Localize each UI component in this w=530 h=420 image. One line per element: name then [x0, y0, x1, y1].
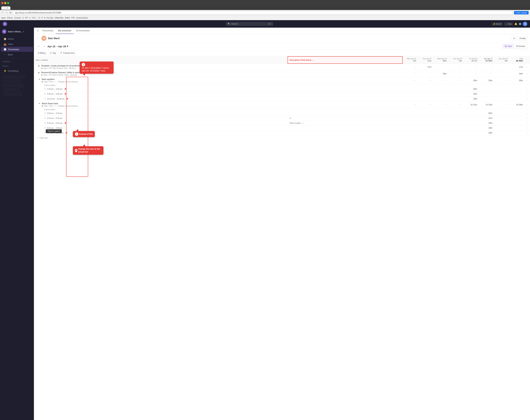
entry4-1-fri [464, 111, 479, 116]
expand-icon-1[interactable]: ▶ [38, 65, 40, 67]
bookmark-console[interactable]: Console [14, 17, 21, 19]
tab-timesheets[interactable]: Timesheets [40, 28, 56, 34]
status-dot-2 [41, 74, 42, 76]
entry-time-4-2: ⏱ 4:34 pm – 5:16 pm [34, 116, 288, 121]
tag-filter[interactable]: 🏷 Tag [48, 51, 57, 55]
bookmark-bitlink[interactable]: Bitlink [65, 17, 70, 19]
workspace-header[interactable]: S Stan's Work... ▾ [0, 28, 34, 35]
bookmark-pte[interactable]: PTE [71, 17, 75, 19]
add-row-button[interactable]: + + Add row [34, 135, 530, 141]
bookmark-d[interactable]: D [39, 17, 40, 19]
entry3-2-more[interactable]: ··· [525, 91, 530, 96]
settings-icon[interactable]: ⚙️ [519, 23, 522, 25]
entry4-2-tue [418, 116, 433, 121]
entry3-1-thu [448, 87, 464, 91]
tab-my-timesheet[interactable]: My timesheet [56, 28, 74, 34]
bookmark-c[interactable]: C [29, 17, 30, 19]
expand-icon-3[interactable]: ▼ [38, 78, 40, 81]
more-icon: ⋯ [3, 53, 6, 56]
user-avatar[interactable]: S [523, 22, 527, 26]
task4-wed: — [433, 101, 448, 108]
task-name-4: ▼ Mulch flower beds Open • Pers... / ...… [34, 101, 288, 108]
entry3-2-thu [448, 91, 464, 96]
back-button[interactable]: ← [1, 11, 4, 14]
entry4-3-fri [464, 121, 479, 126]
bookmark-pixstar[interactable]: Pix-Star [47, 17, 53, 19]
search-bar[interactable]: 🔍 Search... ⌘K [226, 22, 273, 26]
tab-all-timesheets[interactable]: All timesheets [74, 28, 92, 34]
task4-more[interactable]: ··· [525, 101, 530, 108]
bookmark-gmail[interactable]: GMail filter [55, 17, 64, 19]
prev-week-button[interactable]: ← [37, 44, 41, 48]
favorites-section: Favorites › [0, 59, 34, 64]
minimize-button[interactable] [4, 2, 6, 4]
bookmark-s[interactable]: S [22, 17, 24, 19]
task3-wed: — [433, 77, 448, 84]
finish-update-button[interactable]: Finish update [514, 11, 529, 14]
address-bar[interactable]: app.clickup.com/8513043/time/team/member… [13, 11, 513, 14]
task-title-4[interactable]: Mulch flower beds [42, 102, 79, 105]
next-week-button[interactable]: → [42, 44, 46, 48]
entry4-1-more[interactable]: ··· [525, 111, 530, 116]
view-all-entries-button[interactable]: All Entries [514, 44, 527, 48]
entry3-3-more[interactable]: ··· [525, 96, 530, 101]
bookmark-itp[interactable]: ITP [25, 17, 28, 19]
entry4-5-thu [448, 130, 464, 135]
entry3-1-sun [494, 87, 509, 91]
entry4-4-sat: 28m [479, 126, 494, 130]
everything-icon: ⚡ [3, 70, 6, 72]
entry4-2-more[interactable]: ··· [525, 116, 530, 121]
entry4-5-sat: 29m [479, 130, 494, 135]
notifications-icon[interactable]: 🔔 [515, 23, 517, 25]
billing-filter[interactable]: $ Billing [37, 51, 47, 55]
task2-sun: — [494, 70, 509, 77]
tracked-time-filter[interactable]: ⏱ Tracked time [59, 51, 76, 55]
sidebar-item-timesheets[interactable]: 🕐 Timesheets [1, 47, 33, 52]
view-by-task-button[interactable]: By Task [503, 44, 514, 48]
close-button[interactable] [1, 2, 3, 4]
ask-ai-button[interactable]: ✨ Ask AI [492, 22, 503, 26]
expand-icon-2[interactable]: ▶ [38, 71, 40, 74]
description-icon-4-2[interactable]: ☰ [289, 117, 291, 119]
entry4-5-wed [433, 130, 448, 135]
task-title-1[interactable]: Template: Create prototype for all produ… [41, 65, 80, 67]
main-content: ⏱ Timesheets My timesheet All timesheets… [34, 28, 530, 420]
profile-button[interactable]: Profile [518, 36, 527, 41]
entry4-4-more[interactable]: ··· [525, 126, 530, 130]
bookmark-b[interactable]: B [44, 17, 45, 19]
maximize-button[interactable] [7, 2, 9, 4]
entry3-2-wed [433, 91, 448, 96]
bookmark-p[interactable]: P [42, 17, 43, 19]
sidebar-item-everything[interactable]: ⚡ Everything [1, 68, 33, 73]
toolbar-back-arrow[interactable]: ← [37, 37, 39, 40]
plus-icon: ＋ [505, 23, 507, 25]
entry4-5-fri [464, 130, 479, 135]
bookmark-gdrive[interactable]: GDrive [7, 17, 13, 19]
expand-icon-4[interactable]: ▼ [38, 102, 40, 105]
entry3-1-more[interactable]: ··· [525, 87, 530, 91]
task-title-3[interactable]: Mole repellent [42, 78, 79, 81]
sidebar-item-inbox[interactable]: 📥 Inbox [1, 42, 33, 47]
task4-fri: 1h 31m [464, 101, 479, 108]
entry4-3-more[interactable]: ··· [525, 121, 530, 126]
date-range-display[interactable]: Apr 22 – Apr 28 ▾ [47, 45, 68, 48]
sidebar-item-more[interactable]: ⋯ More [1, 52, 33, 57]
entry4-5-more[interactable]: ··· [525, 130, 530, 135]
bookmark-amazonsmile[interactable]: AmazonSmile [76, 17, 88, 19]
settings-cog-button[interactable]: ⚙ [512, 36, 517, 41]
task2-more[interactable]: ··· [525, 70, 530, 77]
refresh-button[interactable]: ↻ [10, 11, 12, 14]
col-header-fri: Fri, Apr 26 2h 1m [464, 57, 479, 64]
new-button[interactable]: ＋ New [504, 22, 513, 26]
bookmark-vtc[interactable]: VTC [32, 17, 36, 19]
sidebar-item-home[interactable]: 🏠 Home [1, 36, 33, 41]
forward-button[interactable]: → [5, 11, 8, 14]
entry4-4-thu [448, 126, 464, 130]
entry4-5-tue [418, 130, 433, 135]
task3-more[interactable]: ··· [525, 77, 530, 84]
task1-more[interactable]: ··· [525, 64, 530, 70]
date-navigation: ← → Apr 22 – Apr 28 ▾ [37, 44, 68, 48]
bookmark-apps[interactable]: Apps [1, 17, 6, 19]
browser-tab[interactable]: ✕ / ✕ [1, 6, 10, 10]
task2-sat: — [479, 70, 494, 77]
